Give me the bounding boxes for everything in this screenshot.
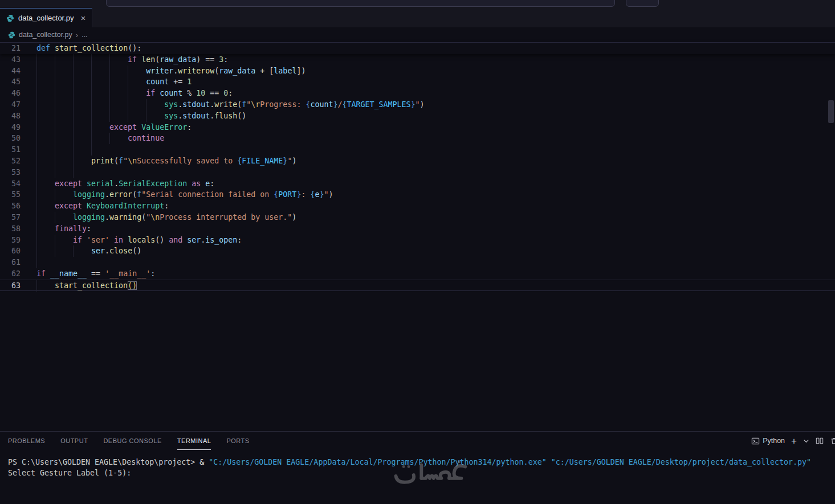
- code-token: except: [55, 202, 82, 210]
- code-line-21[interactable]: 21def start_collection():: [0, 43, 835, 54]
- code-token: serial: [87, 179, 114, 188]
- code-editor[interactable]: data_collector.py › ... 21def start_coll…: [0, 27, 835, 431]
- sticky-scroll-line[interactable]: 21def start_collection():: [0, 42, 835, 54]
- code-token: .: [114, 179, 119, 188]
- code-line-50[interactable]: 50continue: [0, 133, 835, 144]
- code-line-53[interactable]: 53: [0, 167, 835, 178]
- line-number: 52: [0, 155, 21, 167]
- python-file-icon: [6, 14, 14, 22]
- code-token: [155, 89, 160, 97]
- code-token: [50, 44, 55, 52]
- new-terminal-icon[interactable]: +: [791, 436, 797, 446]
- indent-guides: [36, 76, 146, 88]
- code-line-43[interactable]: 43if len(raw_data) == 3:: [0, 54, 835, 65]
- code-line-47[interactable]: 47sys.stdout.write(f"\rProgress: {count}…: [0, 99, 835, 110]
- code-token: (): [155, 236, 164, 244]
- code-token: 1: [187, 77, 192, 86]
- kill-terminal-icon[interactable]: [830, 437, 835, 445]
- code-line-46[interactable]: 46if count % 10 == 0:: [0, 88, 835, 99]
- code-token: KeyboardInterrupt: [87, 202, 164, 210]
- code-text: except serial.SerialException as e:: [21, 178, 214, 190]
- code-token: :: [164, 202, 169, 210]
- code-line-54[interactable]: 54except serial.SerialException as e:: [0, 178, 835, 190]
- code-text: print(f"\nSuccessfully saved to {FILE_NA…: [21, 155, 296, 167]
- code-text: ser.close(): [21, 245, 141, 257]
- line-number: 51: [0, 144, 21, 155]
- terminal-token: &: [199, 458, 209, 466]
- code-token: :: [187, 123, 192, 132]
- terminal-selector[interactable]: Python: [751, 437, 785, 445]
- line-number: 46: [0, 88, 21, 99]
- panel-actions: Python +: [751, 432, 835, 450]
- code-token: label: [274, 67, 296, 75]
- code-token: start_collection: [55, 44, 128, 52]
- code-token: if: [73, 236, 82, 244]
- code-line-57[interactable]: 57logging.warning("\nProcess interrupted…: [0, 212, 835, 223]
- code-token: [87, 269, 91, 278]
- title-bar: [0, 0, 835, 8]
- code-token: finally: [55, 224, 87, 233]
- bottom-panel: PROBLEMSOUTPUTDEBUG CONSOLETERMINALPORTS…: [0, 431, 835, 504]
- code-line-45[interactable]: 45count += 1: [0, 76, 835, 88]
- code-line-48[interactable]: 48sys.stdout.flush(): [0, 110, 835, 122]
- code-line-61[interactable]: 61: [0, 257, 835, 268]
- code-token: continue: [128, 134, 164, 142]
- breadcrumb-file[interactable]: data_collector.py: [19, 31, 72, 39]
- code-token: ": [123, 157, 128, 165]
- code-text: if len(raw_data) == 3:: [21, 54, 228, 65]
- code-token: ": [146, 213, 150, 222]
- code-token: if: [128, 55, 137, 64]
- close-tab-icon[interactable]: ×: [81, 14, 86, 22]
- indent-guides: [36, 133, 128, 144]
- panel-tab-output[interactable]: OUTPUT: [60, 432, 88, 450]
- code-token: len: [141, 55, 155, 64]
- code-line-55[interactable]: 55logging.error(f"Serial connection fail…: [0, 189, 835, 200]
- indent-guides: [36, 178, 55, 190]
- code-line-62[interactable]: 62if __name__ == '__main__':: [0, 268, 835, 280]
- code-line-59[interactable]: 59if 'ser' in locals() and ser.is_open:: [0, 235, 835, 246]
- indent-guides: [36, 122, 109, 133]
- editor-scrollbar-thumb[interactable]: [828, 100, 834, 123]
- tab-data-collector-py[interactable]: data_collector.py ×: [0, 8, 92, 27]
- code-token: ]): [296, 67, 306, 75]
- layout-controls-box[interactable]: [626, 0, 659, 7]
- code-line-44[interactable]: 44writer.writerow(raw_data + [label]): [0, 65, 835, 77]
- code-line-58[interactable]: 58finally:: [0, 223, 835, 235]
- code-token: raw_data: [219, 67, 255, 75]
- code-token: \n: [128, 157, 137, 165]
- code-token: writerow: [178, 67, 214, 75]
- terminal-output[interactable]: PS C:\Users\GOLDEN EAGLE\Desktop\project…: [0, 450, 835, 478]
- panel-tab-problems[interactable]: PROBLEMS: [8, 432, 45, 450]
- code-lines: 43if len(raw_data) == 3:44writer.writero…: [0, 54, 835, 291]
- command-center-search[interactable]: [106, 0, 615, 7]
- panel-tab-debug-console[interactable]: DEBUG CONSOLE: [103, 432, 161, 450]
- code-token: flush: [214, 112, 237, 120]
- code-text: sys.stdout.write(f"\rProgress: {count}/{…: [21, 99, 425, 110]
- panel-tab-ports[interactable]: PORTS: [226, 432, 249, 450]
- code-token: (): [132, 247, 141, 255]
- chevron-down-icon[interactable]: [803, 438, 809, 444]
- line-number: 43: [0, 54, 21, 65]
- code-token: (): [128, 281, 137, 290]
- code-line-52[interactable]: 52print(f"\nSuccessfully saved to {FILE_…: [0, 155, 835, 167]
- code-text: [21, 167, 91, 178]
- code-line-51[interactable]: 51: [0, 144, 835, 155]
- line-number: 50: [0, 133, 21, 144]
- indent-guides: [36, 110, 164, 122]
- code-text: count += 1: [21, 76, 192, 88]
- split-terminal-icon[interactable]: [816, 437, 824, 445]
- code-line-63[interactable]: 63start_collection(): [0, 280, 835, 291]
- code-line-49[interactable]: 49except ValueError:: [0, 122, 835, 133]
- code-line-60[interactable]: 60ser.close(): [0, 245, 835, 257]
- code-text: except KeyboardInterrupt:: [21, 200, 169, 212]
- code-text: if __name__ == '__main__':: [21, 268, 155, 280]
- code-token: .: [105, 190, 109, 199]
- line-number: 61: [0, 257, 21, 268]
- code-token: sys: [164, 100, 178, 109]
- line-number: 59: [0, 235, 21, 246]
- code-text: start_collection(): [21, 280, 137, 290]
- code-token: [182, 77, 187, 86]
- code-line-56[interactable]: 56except KeyboardInterrupt:: [0, 200, 835, 212]
- breadcrumb-symbol-more[interactable]: ...: [82, 31, 87, 39]
- panel-tab-terminal[interactable]: TERMINAL: [177, 432, 211, 450]
